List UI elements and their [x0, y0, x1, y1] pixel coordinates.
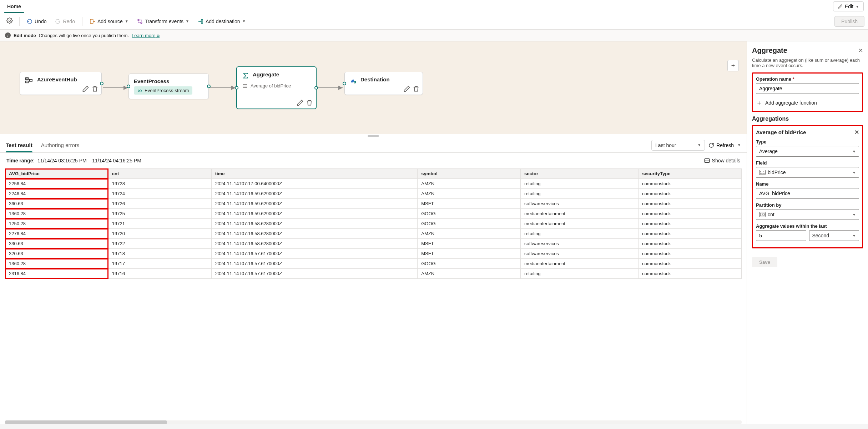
name-input[interactable] [756, 188, 859, 199]
splitter-handle[interactable] [0, 134, 747, 138]
table-cell: 19716 [108, 269, 211, 279]
type-select[interactable]: Average ▼ [756, 146, 859, 157]
type-label: Type [756, 139, 859, 145]
trash-icon[interactable] [413, 85, 420, 92]
table-cell: 19717 [108, 259, 211, 269]
table-cell: GOOG [418, 219, 521, 229]
tab-home[interactable]: Home [4, 0, 24, 13]
table-row[interactable]: 330.63197222024-11-14T07:16:58.6280000ZM… [5, 239, 742, 249]
table-cell: retailing [521, 179, 639, 189]
column-header[interactable]: AVG_bidPrice [5, 169, 108, 179]
stream-icon [137, 88, 142, 93]
pencil-icon[interactable] [82, 85, 89, 92]
table-cell: MSFT [418, 249, 521, 259]
table-cell: retailing [521, 269, 639, 279]
svg-rect-1 [90, 19, 93, 24]
table-row[interactable]: 2256.84197282024-11-14T07:17:00.6400000Z… [5, 179, 742, 189]
publish-button[interactable]: Publish [834, 16, 864, 27]
show-details-link[interactable]: Show details [704, 158, 740, 163]
table-cell: 2024-11-14T07:16:59.6290000Z [211, 199, 418, 209]
table-cell: 2256.84 [5, 179, 108, 189]
svg-point-11 [27, 79, 27, 79]
redo-button[interactable]: Redo [51, 16, 78, 26]
info-title: Edit mode [14, 33, 36, 38]
node-source[interactable]: AzureEventHub [20, 72, 102, 95]
window-unit-select[interactable]: Second ▼ [809, 230, 859, 241]
add-destination-button[interactable]: Add destination ▼ [194, 16, 249, 26]
table-cell: 1360.28 [5, 209, 108, 219]
settings-button[interactable] [4, 15, 16, 27]
chevron-down-icon: ▼ [852, 171, 856, 175]
node-process[interactable]: EventProcess EventProcess-stream [128, 74, 209, 99]
table-cell: 2024-11-14T07:16:58.6280000Z [211, 239, 418, 249]
pipeline-canvas[interactable]: AzureEventHub EventProcess EventProcess-… [0, 41, 747, 134]
name-label: Name [756, 181, 859, 187]
horizontal-scrollbar[interactable] [5, 420, 742, 424]
column-header[interactable]: time [211, 169, 418, 179]
tab-authoring-errors[interactable]: Authoring errors [41, 138, 80, 152]
stream-pill: EventProcess-stream [134, 86, 192, 95]
trash-icon[interactable] [306, 99, 313, 106]
column-header[interactable]: sector [521, 169, 639, 179]
node-aggregate[interactable]: Aggregate Average of bidPrice [236, 66, 317, 109]
window-value-input[interactable] [756, 230, 806, 241]
table-row[interactable]: 2276.84197202024-11-14T07:16:58.6280000Z… [5, 229, 742, 239]
op-name-input[interactable] [756, 83, 859, 94]
column-header[interactable]: symbol [418, 169, 521, 179]
undo-button[interactable]: Undo [23, 16, 50, 26]
table-cell: 2024-11-14T07:16:57.6170000Z [211, 259, 418, 269]
table-row[interactable]: 2316.84197162024-11-14T07:16:57.6170000Z… [5, 269, 742, 279]
table-row[interactable]: 1250.28197212024-11-14T07:16:58.6280000Z… [5, 219, 742, 229]
pencil-icon[interactable] [297, 99, 304, 106]
edit-button[interactable]: Edit ▼ [833, 1, 864, 11]
chevron-down-icon: ▼ [125, 19, 128, 23]
table-cell: commonstock [639, 269, 742, 279]
table-cell: 360.63 [5, 199, 108, 209]
external-link-icon: ⧉ [157, 34, 160, 38]
add-node-button[interactable]: + [727, 60, 739, 71]
add-aggregate-fn-button[interactable]: ＋ Add aggregate function [756, 97, 859, 108]
add-source-icon [90, 19, 95, 24]
aggregations-title: Aggregations [752, 116, 863, 122]
refresh-button[interactable]: Refresh [708, 142, 734, 148]
pencil-icon[interactable] [403, 85, 410, 92]
add-source-button[interactable]: Add source ▼ [86, 16, 132, 26]
list-icon [242, 84, 248, 88]
table-row[interactable]: 1360.28197252024-11-14T07:16:59.6290000Z… [5, 209, 742, 219]
refresh-icon [708, 142, 714, 148]
table-row[interactable]: 1360.28197172024-11-14T07:16:57.6170000Z… [5, 259, 742, 269]
node-process-title: EventProcess [134, 78, 203, 84]
time-range-dropdown[interactable]: Last hour ▼ [651, 140, 705, 151]
destination-icon [350, 77, 357, 84]
chevron-down-icon[interactable]: ▼ [737, 143, 741, 147]
operation-box: Operation name * ＋ Add aggregate functio… [752, 72, 863, 112]
table-row[interactable]: 320.63197182024-11-14T07:16:57.6170000ZM… [5, 249, 742, 259]
aggregation-item-box: Average of bidPrice ✕ Type Average ▼ Fie… [752, 125, 863, 248]
tab-test-result[interactable]: Test result [6, 138, 32, 152]
table-row[interactable]: 360.63197262024-11-14T07:16:59.6290000ZM… [5, 199, 742, 209]
node-destination[interactable]: Destination [344, 72, 423, 95]
table-cell: AMZN [418, 189, 521, 199]
close-icon[interactable]: ✕ [858, 47, 863, 54]
table-cell: 330.63 [5, 239, 108, 249]
table-row[interactable]: 2246.84197242024-11-14T07:16:59.6290000Z… [5, 189, 742, 199]
info-message: Changes will go live once you publish th… [39, 33, 129, 38]
field-select[interactable]: 1.1bidPrice ▼ [756, 167, 859, 178]
transform-events-button[interactable]: Transform events ▼ [133, 16, 193, 26]
table-cell: 19724 [108, 189, 211, 199]
save-button[interactable]: Save [752, 257, 777, 267]
learn-more-link[interactable]: Learn more ⧉ [132, 33, 160, 38]
table-cell: 19725 [108, 209, 211, 219]
close-icon[interactable]: ✕ [854, 129, 859, 136]
table-cell: commonstock [639, 259, 742, 269]
column-header[interactable]: securityType [639, 169, 742, 179]
table-cell: 2024-11-14T07:16:58.6280000Z [211, 219, 418, 229]
redo-icon [55, 19, 61, 24]
partition-select[interactable]: 123cnt ▼ [756, 209, 859, 220]
column-header[interactable]: cnt [108, 169, 211, 179]
toolbar: Undo Redo Add source ▼ Transform events … [0, 13, 868, 30]
table-cell: retailing [521, 229, 639, 239]
table-cell: commonstock [639, 229, 742, 239]
trash-icon[interactable] [91, 85, 99, 92]
node-aggregate-title: Aggregate [253, 71, 279, 77]
